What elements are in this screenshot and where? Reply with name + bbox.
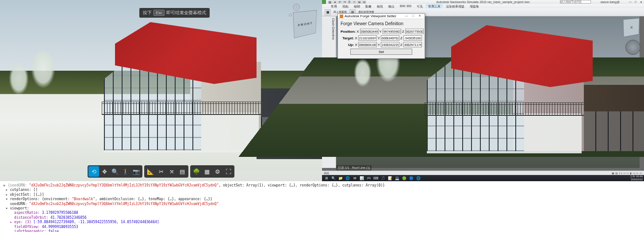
viewcube[interactable]: FRONT [293, 11, 318, 37]
qat-button-2[interactable]: ↶ [337, 0, 342, 4]
close-button[interactable]: ✕ [639, 0, 643, 4]
orbit-button[interactable]: ⟲ [88, 166, 99, 177]
camera-button[interactable]: 📷 [131, 166, 142, 177]
taskbar-icon-11[interactable]: 🟢 [401, 175, 407, 181]
ribbon-tab[interactable]: 檢閱 [351, 4, 363, 8]
taskbar-icon-4[interactable]: ✉ [352, 175, 358, 181]
app-logo-icon[interactable] [322, 0, 326, 4]
info-icon[interactable]: ⓘ [293, 4, 300, 11]
y-input[interactable] [381, 35, 399, 41]
tree-decoration [354, 58, 372, 87]
taskbar-icon-10[interactable]: 💻 [394, 175, 400, 181]
x-input[interactable] [360, 29, 379, 34]
maximize-button[interactable]: □ [633, 0, 638, 4]
x-input[interactable] [358, 35, 377, 41]
taskbar-icon-5[interactable]: 📊 [359, 175, 365, 181]
hint-text-prefix: 按下 [143, 10, 152, 16]
ribbon-tab[interactable]: 常用 [328, 4, 340, 8]
ribbon-tab[interactable]: 常用工具 [426, 4, 443, 8]
viewcube-face-label[interactable]: FRONT [293, 10, 317, 38]
axis-z-label: Z [400, 36, 402, 40]
taskbar-icon-2[interactable]: 📁 [337, 175, 344, 181]
dialog-close-button[interactable]: ✕ [417, 14, 423, 19]
window-controls: — □ ✕ [628, 0, 643, 4]
house-model [66, 22, 252, 164]
ribbon-tab[interactable]: 輸出 [386, 4, 397, 8]
devtools-console[interactable]: ▶ {seedURN: "dXJuOmFkc2sub2JqZWN0czpvcy5… [0, 181, 644, 232]
taskbar-icon-0[interactable]: ⊞ [323, 175, 330, 181]
y-input[interactable] [383, 29, 401, 34]
z-input[interactable] [405, 29, 424, 34]
taskbar-icon-12[interactable]: 🔵 [408, 175, 414, 181]
camera-definition-dialog[interactable]: Autodesk Forge Viewpoint Setter — □ ✕ Fo… [337, 13, 425, 59]
taskbar-icon-13[interactable]: 🌐 [415, 175, 422, 181]
taskbar-icon-3[interactable]: 🌐 [345, 175, 351, 181]
home-icon[interactable]: ⌂ [289, 11, 292, 18]
taskbar-icon-1[interactable]: 🔍 [330, 175, 337, 181]
ribbon-tab[interactable]: 視點 [340, 4, 351, 8]
zoom-button[interactable]: 🔍 [110, 166, 120, 177]
qat-button-7[interactable]: ⊟ [362, 0, 366, 4]
qat-button-3[interactable]: ↷ [342, 0, 347, 4]
axis-z-label: Z [400, 43, 402, 47]
ribbon-tab[interactable]: 動畫 [363, 4, 374, 8]
qat-button-1[interactable]: ▾ [333, 0, 337, 4]
dialog-icon [340, 15, 343, 18]
viewcube-face-label[interactable]: 前 [623, 18, 640, 37]
dialog-titlebar[interactable]: Autodesk Forge Viewpoint Setter — □ ✕ [338, 14, 425, 19]
qat-button-6[interactable]: ⊞ [357, 0, 361, 4]
z-input[interactable] [403, 35, 422, 41]
x-input[interactable] [358, 42, 377, 47]
qat-button-4[interactable]: ⎙ [347, 0, 352, 4]
steering-wheel-icon[interactable] [625, 40, 640, 55]
esc-key-badge: Esc [153, 10, 165, 16]
taskbar-icon-9[interactable]: 📝 [387, 175, 393, 181]
taskbar-icon-6[interactable]: 🎮 [366, 175, 372, 181]
explode-button[interactable]: ⤧ [166, 166, 177, 177]
navisworks-viewcube[interactable]: 前 [623, 19, 640, 36]
pan-button[interactable]: ✥ [99, 166, 110, 177]
status-bar: 就緒 ▦ ▥ 1:1 ▭ ▭ ◐ ▭ ▭ ▭ [322, 171, 644, 175]
y-input[interactable] [381, 42, 399, 47]
row-label: Position: [341, 30, 356, 34]
row-label: Up: [341, 43, 354, 47]
qat-button-5[interactable]: ⌂ [352, 0, 356, 4]
qat-button-0[interactable]: ▥ [328, 0, 332, 4]
set-button[interactable]: Set [350, 49, 412, 55]
axis-y-label: Y [378, 43, 380, 47]
status-widgets[interactable]: ▦ ▥ 1:1 ▭ ▭ ◐ ▭ ▭ ▭ [612, 171, 642, 175]
help-search-input[interactable] [560, 0, 591, 4]
dialog-maximize-button[interactable]: □ [410, 14, 416, 19]
ribbon-tab[interactable]: BIM 360 [397, 4, 414, 8]
section-button[interactable]: ✂ [156, 166, 166, 177]
ribbon-tab[interactable]: 渲染效果增益 [443, 4, 467, 8]
tree-decoration [9, 62, 29, 95]
panel-tool-group: 🌳 ▦ ⚙ ⛶ [190, 165, 234, 178]
tree-decoration [31, 49, 55, 88]
taskbar-icon-7[interactable]: ⌨ [373, 175, 379, 181]
settings-button[interactable]: ⚙ [212, 166, 223, 177]
viewport-status: 已存:1/1 - Roof Line (1) [336, 165, 372, 171]
taskbar-icon-8[interactable]: 🎵 [380, 175, 386, 181]
minimize-button[interactable]: — [628, 0, 632, 4]
vector-row: Up:XYZ [341, 42, 422, 47]
quick-access-toolbar: ▥▾↶↷⎙⌂⊞⊟ [328, 0, 366, 4]
ribbon-tab[interactable]: 增益集 [467, 4, 482, 8]
user-label[interactable]: eason.kang@ [601, 0, 620, 4]
titlebar: ▥▾↶↷⎙⌂⊞⊟ Autodesk Navisworks Simulate 20… [322, 0, 644, 4]
system-clock[interactable]: 上午 10:46 2016/2/22 [630, 175, 643, 181]
ribbon-button-1[interactable]: ▦ [325, 9, 331, 15]
properties-button[interactable]: ▦ [202, 166, 212, 177]
firstperson-button[interactable]: 🚶 [120, 166, 131, 177]
dialog-minimize-button[interactable]: — [403, 14, 410, 19]
modelbrowser-button[interactable]: ▤ [177, 166, 188, 177]
axis-x-label: X [355, 43, 357, 47]
ribbon-tab[interactable]: 檢視 [374, 4, 386, 8]
balcony-railing [425, 103, 584, 116]
fullscreen-button[interactable]: ⛶ [223, 166, 234, 177]
z-input[interactable] [403, 42, 422, 47]
tree-button[interactable]: 🌳 [191, 166, 202, 177]
measure-button[interactable]: 📐 [145, 166, 156, 177]
ribbon-tab[interactable]: 可见 [414, 4, 426, 8]
dialog-title-text: Autodesk Forge Viewpoint Setter [345, 14, 396, 18]
